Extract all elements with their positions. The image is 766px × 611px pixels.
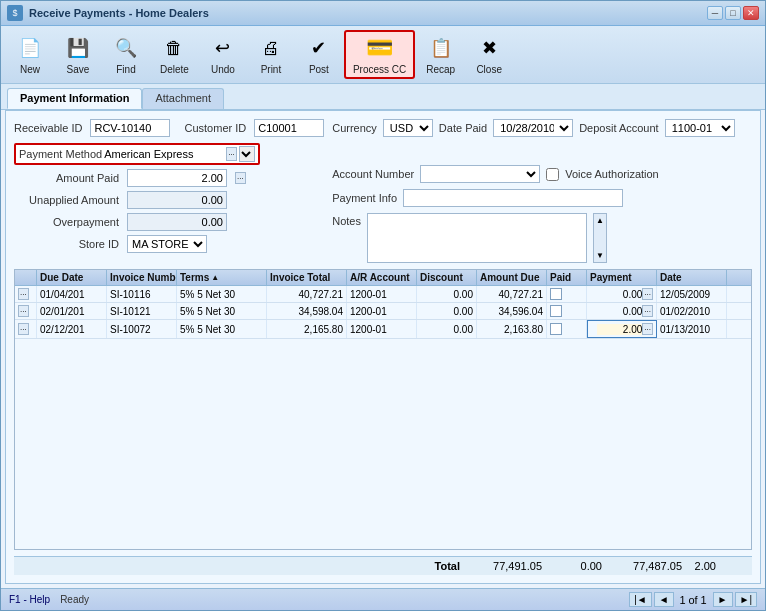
row2-payment-input[interactable] [597, 306, 642, 317]
delete-icon: 🗑 [160, 34, 188, 62]
row1-paid-checkbox[interactable] [550, 288, 562, 300]
undo-button[interactable]: ↩ Undo [200, 30, 246, 79]
row3-due-date: 02/12/201 [37, 320, 107, 338]
print-button[interactable]: 🖨 Print [248, 30, 294, 79]
recap-icon: 📋 [427, 34, 455, 62]
next-page-button[interactable]: ► [713, 592, 733, 607]
payment-method-input[interactable] [104, 148, 224, 160]
row3-paid-checkbox[interactable] [550, 323, 562, 335]
new-button[interactable]: 📄 New [7, 30, 53, 79]
minimize-button[interactable]: ─ [707, 6, 723, 20]
row2-ar-account: 1200-01 [347, 303, 417, 319]
unapplied-amount-row: Unapplied Amount [14, 191, 324, 209]
col-invoice-total: Invoice Total [267, 270, 347, 285]
receivable-id-label: Receivable ID [14, 122, 82, 134]
tab-bar: Payment Information Attachment [1, 84, 765, 110]
payment-method-lookup-button[interactable]: ··· [226, 147, 237, 161]
store-id-row: Store ID MA STORE [14, 235, 324, 253]
tab-attachment[interactable]: Attachment [142, 88, 224, 109]
row3-invoice-number: SI-10072 [107, 320, 177, 338]
amount-paid-input[interactable] [127, 169, 227, 187]
row1-discount: 0.00 [417, 286, 477, 302]
receivable-customer-row: Receivable ID Customer ID [14, 119, 324, 137]
unapplied-amount-input[interactable] [127, 191, 227, 209]
row2-due-date: 02/01/201 [37, 303, 107, 319]
total-payment: 2.00 [686, 560, 746, 572]
help-link[interactable]: F1 - Help [9, 594, 50, 605]
date-paid-select[interactable]: 10/28/2010 [493, 119, 573, 137]
terms-sort-icon: ▲ [211, 273, 219, 282]
total-amount-due: 77,487.05 [606, 560, 686, 572]
undo-icon: ↩ [209, 34, 237, 62]
main-content: Receivable ID Customer ID Payment Method… [5, 110, 761, 584]
table-row: ··· 01/04/201 SI-10116 5% 5 Net 30 40,72… [15, 286, 751, 303]
date-paid-label: Date Paid [439, 122, 487, 134]
row2-date: 01/02/2010 [657, 303, 727, 319]
post-button[interactable]: ✔ Post [296, 30, 342, 79]
last-page-button[interactable]: ►| [735, 592, 758, 607]
window-controls: ─ □ ✕ [707, 6, 759, 20]
currency-select[interactable]: USD [383, 119, 433, 137]
customer-id-input[interactable] [254, 119, 324, 137]
col-ar-account: A/R Account [347, 270, 417, 285]
currency-label: Currency [332, 122, 377, 134]
col-amount-due: Amount Due [477, 270, 547, 285]
close-icon: ✖ [475, 34, 503, 62]
row1-payment: ··· [587, 286, 657, 302]
notes-textarea[interactable] [367, 213, 587, 263]
amount-paid-label: Amount Paid [14, 172, 119, 184]
prev-page-button[interactable]: ◄ [654, 592, 674, 607]
table-row: ··· 02/12/201 SI-10072 5% 5 Net 30 2,165… [15, 320, 751, 339]
recap-button[interactable]: 📋 Recap [417, 30, 464, 79]
row1-payment-btn[interactable]: ··· [642, 288, 653, 300]
row2-paid-checkbox[interactable] [550, 305, 562, 317]
grid-header: Due Date Invoice Number Terms ▲ Invoice … [15, 270, 751, 286]
total-row: Total 77,491.05 0.00 77,487.05 2.00 [14, 556, 752, 575]
store-id-select[interactable]: MA STORE [127, 235, 207, 253]
row1-invoice-number: SI-10116 [107, 286, 177, 302]
table-row: ··· 02/01/201 SI-10121 5% 5 Net 30 34,59… [15, 303, 751, 320]
status-bar: F1 - Help Ready |◄ ◄ 1 of 1 ► ►| [1, 588, 765, 610]
col-invoice-number: Invoice Number [107, 270, 177, 285]
row3-payment-input[interactable] [597, 324, 642, 335]
row3-payment-btn[interactable]: ··· [642, 323, 653, 335]
delete-label: Delete [160, 64, 189, 75]
account-number-row: Account Number Voice Authorization [332, 165, 734, 183]
row2-payment: ··· [587, 303, 657, 319]
deposit-account-select[interactable]: 1100-01 [665, 119, 735, 137]
row2-payment-btn[interactable]: ··· [642, 305, 653, 317]
col-due-date: Due Date [37, 270, 107, 285]
receivable-id-input[interactable] [90, 119, 170, 137]
payment-method-select[interactable] [239, 146, 255, 162]
row1-date: 12/05/2009 [657, 286, 727, 302]
col-actions [15, 270, 37, 285]
close-button[interactable]: ✖ Close [466, 30, 512, 79]
delete-button[interactable]: 🗑 Delete [151, 30, 198, 79]
find-button[interactable]: 🔍 Find [103, 30, 149, 79]
save-icon: 💾 [64, 34, 92, 62]
account-number-select[interactable] [420, 165, 540, 183]
tab-payment-information[interactable]: Payment Information [7, 88, 142, 109]
account-number-label: Account Number [332, 168, 414, 180]
row2-btn: ··· [15, 303, 37, 319]
app-icon: $ [7, 5, 23, 21]
payment-info-input[interactable] [403, 189, 623, 207]
close-window-button[interactable]: ✕ [743, 6, 759, 20]
process-cc-button[interactable]: 💳 Process CC [344, 30, 415, 79]
maximize-button[interactable]: □ [725, 6, 741, 20]
new-label: New [20, 64, 40, 75]
row1-payment-input[interactable] [597, 289, 642, 300]
row2-terms: 5% 5 Net 30 [177, 303, 267, 319]
notes-row: Notes ▲ ▼ [332, 213, 734, 263]
page-number: 1 of 1 [676, 594, 711, 606]
amount-paid-btn[interactable]: ··· [235, 172, 246, 184]
voice-auth-checkbox[interactable] [546, 168, 559, 181]
save-button[interactable]: 💾 Save [55, 30, 101, 79]
row1-paid [547, 286, 587, 302]
first-page-button[interactable]: |◄ [629, 592, 652, 607]
row1-amount-due: 40,727.21 [477, 286, 547, 302]
col-discount: Discount [417, 270, 477, 285]
notes-scrollbar[interactable]: ▲ ▼ [593, 213, 607, 263]
row1-due-date: 01/04/201 [37, 286, 107, 302]
overpayment-input[interactable] [127, 213, 227, 231]
